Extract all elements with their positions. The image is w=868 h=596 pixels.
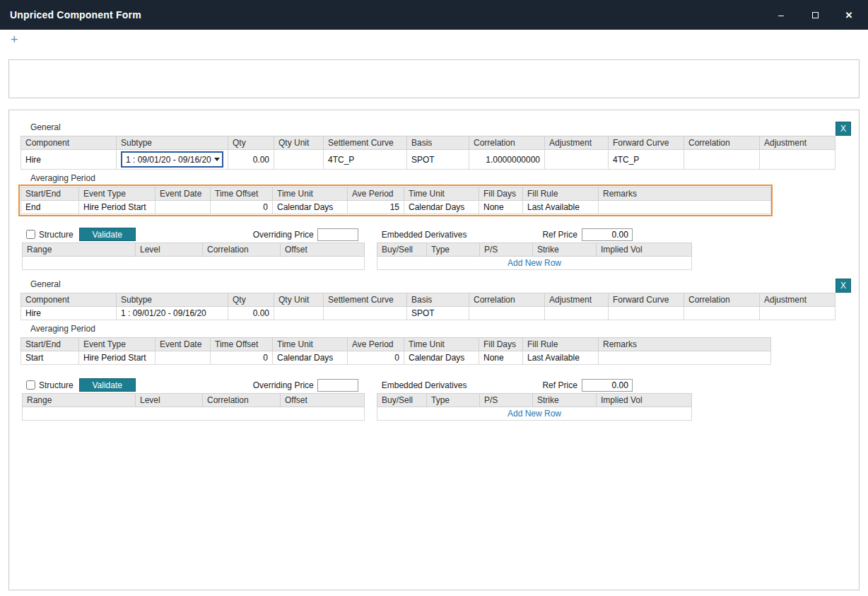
remarks-cell[interactable]: [599, 201, 771, 214]
derivatives-table-body: Add New Row: [377, 257, 692, 270]
event-type-cell[interactable]: Hire Period Start: [79, 351, 156, 365]
time-offset-cell[interactable]: 0: [211, 201, 273, 214]
overriding-price-input[interactable]: [317, 379, 358, 392]
remove-section-button[interactable]: X: [835, 279, 851, 293]
basis-cell[interactable]: SPOT: [407, 150, 469, 170]
title-bar: Unpriced Component Form – ✕: [0, 0, 868, 30]
validate-button[interactable]: Validate: [79, 228, 136, 241]
ave-period-cell[interactable]: 15: [348, 201, 404, 214]
fill-rule-cell[interactable]: Last Available: [523, 351, 599, 365]
embedded-derivatives-label: Embedded Derivatives: [382, 230, 467, 240]
general-section-label: General: [30, 122, 859, 134]
structure-table-body: [23, 257, 365, 270]
time-unit-cell[interactable]: Calendar Days: [404, 201, 479, 214]
event-type-cell[interactable]: Hire Period Start: [79, 201, 156, 214]
settlement-curve-cell[interactable]: [324, 307, 407, 320]
column-header: Component: [21, 293, 117, 307]
ref-price-input[interactable]: [582, 228, 633, 241]
validate-button[interactable]: Validate: [79, 378, 136, 392]
ref-price-label: Ref Price: [542, 380, 577, 390]
correlation-cell[interactable]: [684, 150, 760, 170]
forward-curve-cell[interactable]: [609, 307, 684, 320]
column-header: Event Type: [79, 338, 156, 351]
column-header: Qty: [228, 136, 274, 150]
column-header: P/S: [480, 394, 533, 407]
close-button[interactable]: ✕: [844, 9, 854, 21]
embedded-derivatives-label: Embedded Derivatives: [382, 380, 467, 390]
correlation-cell[interactable]: [684, 307, 760, 320]
averaging-period-highlight: Start/End Event Type Event Date Time Off…: [18, 185, 773, 216]
subtype-dropdown[interactable]: 1 : 09/01/20 - 09/16/20: [121, 151, 223, 168]
column-header: Adjustment: [545, 293, 609, 307]
header-row: Component Subtype Qty Qty Unit Settlemen…: [21, 293, 835, 307]
column-header: Settlement Curve: [324, 293, 407, 307]
correlation-cell[interactable]: 1.0000000000: [469, 150, 545, 170]
qty-cell[interactable]: 0.00: [228, 150, 274, 170]
fill-days-cell[interactable]: None: [479, 201, 523, 214]
add-component-button[interactable]: +: [11, 33, 18, 47]
averaging-period-table: Start/End Event Type Event Date Time Off…: [20, 187, 771, 214]
subtype-cell: 1 : 09/01/20 - 09/16/20: [117, 150, 228, 170]
structure-table: Range Level Correlation Offset: [22, 393, 365, 421]
qty-unit-cell[interactable]: [274, 150, 324, 170]
qty-unit-cell[interactable]: [274, 307, 324, 320]
averaging-period-wrap: Start/End Event Type Event Date Time Off…: [18, 335, 773, 367]
component-cell[interactable]: Hire: [21, 307, 117, 320]
time-unit-cell[interactable]: Calendar Days: [404, 351, 479, 365]
table-row: Add New Row: [377, 407, 692, 421]
header-row: Buy/Sell Type P/S Strike Implied Vol: [377, 394, 692, 407]
column-header: Buy/Sell: [377, 394, 427, 407]
column-header: Correlation: [203, 243, 281, 257]
add-new-row-link[interactable]: Add New Row: [508, 258, 561, 268]
structure-checkbox[interactable]: [26, 380, 35, 390]
ref-price-input[interactable]: [582, 379, 633, 392]
column-header: Ave Period: [348, 338, 404, 351]
forward-curve-cell[interactable]: 4TC_P: [609, 150, 684, 170]
column-header: Qty Unit: [274, 136, 324, 150]
minimize-button[interactable]: –: [776, 9, 786, 21]
derivatives-table-body: Add New Row: [377, 407, 692, 421]
time-offset-cell[interactable]: 0: [211, 351, 273, 365]
structure-checkbox[interactable]: [26, 230, 35, 239]
column-header: Correlation: [469, 136, 545, 150]
fill-rule-cell[interactable]: Last Available: [523, 201, 599, 214]
chevron-down-icon: [214, 158, 220, 161]
column-header: Remarks: [599, 187, 771, 201]
subtype-cell[interactable]: 1 : 09/01/20 - 09/16/20: [117, 307, 228, 320]
time-unit-cell[interactable]: Calendar Days: [273, 201, 348, 214]
settlement-curve-cell[interactable]: 4TC_P: [324, 150, 407, 170]
bottom-tables: Range Level Correlation Offset Buy/Sell …: [22, 243, 859, 270]
fill-days-cell[interactable]: None: [479, 351, 523, 365]
adjustment-cell[interactable]: [545, 307, 609, 320]
column-header: Range: [23, 394, 136, 407]
column-header: Level: [136, 394, 203, 407]
column-header: Correlation: [469, 293, 545, 307]
averaging-period-label: Averaging Period: [30, 323, 859, 335]
overriding-price-label: Overriding Price: [253, 380, 314, 390]
basis-cell[interactable]: SPOT: [407, 307, 469, 320]
start-end-cell[interactable]: Start: [21, 351, 79, 365]
bottom-tables: Range Level Correlation Offset Buy/Sell …: [22, 393, 859, 421]
column-header: Component: [21, 136, 117, 150]
ave-period-cell[interactable]: 0: [348, 351, 404, 365]
adjustment-cell[interactable]: [760, 307, 835, 320]
adjustment-cell[interactable]: [545, 150, 609, 170]
column-header: Time Unit: [273, 338, 348, 351]
time-unit-cell[interactable]: Calendar Days: [273, 351, 348, 365]
overriding-price-input[interactable]: [317, 228, 358, 241]
column-header: Level: [136, 243, 203, 257]
event-date-cell[interactable]: [156, 201, 211, 214]
maximize-button[interactable]: [810, 9, 820, 21]
column-header: Adjustment: [545, 136, 609, 150]
remove-section-button[interactable]: X: [835, 122, 851, 136]
start-end-cell[interactable]: End: [21, 201, 79, 214]
correlation-cell[interactable]: [469, 307, 545, 320]
event-date-cell[interactable]: [156, 351, 211, 365]
remarks-cell[interactable]: [599, 351, 771, 365]
component-cell[interactable]: Hire: [21, 150, 117, 170]
qty-cell[interactable]: 0.00: [228, 307, 274, 320]
column-header: Time Unit: [404, 338, 479, 351]
adjustment-cell[interactable]: [760, 150, 835, 170]
add-new-row-link[interactable]: Add New Row: [508, 409, 561, 419]
column-header: Event Type: [79, 187, 156, 201]
